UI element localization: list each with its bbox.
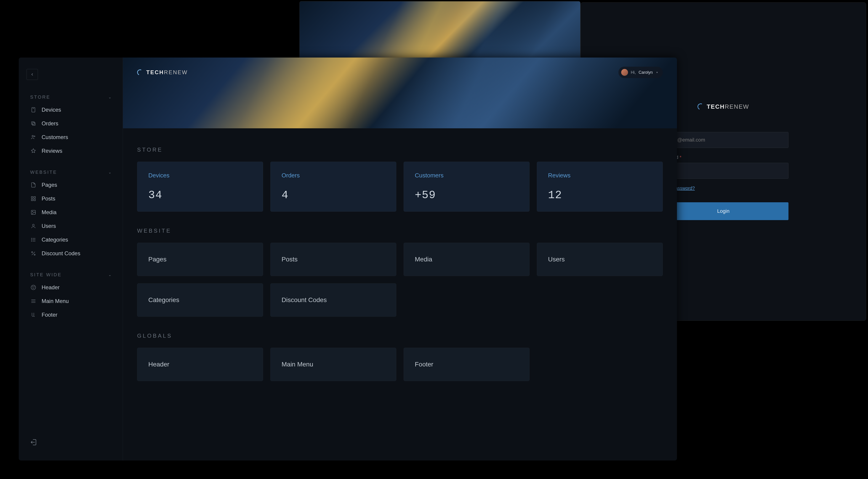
password-label: Password* (658, 155, 788, 160)
nav-card-header[interactable]: Header (137, 348, 263, 381)
sidebar-item-users[interactable]: Users (27, 219, 115, 233)
sidebar-item-devices[interactable]: Devices (27, 103, 115, 117)
card-label: Main Menu (282, 361, 385, 368)
svg-rect-7 (34, 197, 35, 198)
sidebar-item-customers[interactable]: Customers (27, 130, 115, 144)
sidebar-item-posts[interactable]: Posts (27, 192, 115, 205)
nav-group-header-website[interactable]: WEBSITE⌄ (27, 166, 115, 178)
user-greeting: Hi, (631, 70, 636, 75)
stat-value: 4 (282, 189, 385, 201)
nav-card-main-menu[interactable]: Main Menu (270, 348, 396, 381)
nav-item-label: Customers (41, 134, 68, 140)
section-title-store: STORE (137, 146, 663, 153)
nav-item-label: Posts (41, 196, 55, 202)
card-grid-website: PagesPostsMediaUsersCategoriesDiscount C… (137, 243, 663, 317)
login-logo: TECHRENEW (658, 103, 788, 110)
stat-card-orders[interactable]: Orders4 (270, 162, 396, 212)
stat-label: Customers (415, 172, 518, 179)
avatar (621, 69, 628, 76)
card-label: Footer (415, 361, 518, 368)
svg-point-20 (32, 251, 33, 253)
nav-item-label: Pages (41, 182, 57, 188)
logo-bold: TECH (707, 103, 725, 110)
chevron-left-icon (30, 72, 34, 76)
nav-card-users[interactable]: Users (537, 243, 663, 276)
svg-rect-3 (32, 123, 35, 125)
percent-icon (30, 250, 37, 256)
svg-rect-2 (32, 122, 34, 125)
nav-group-header-store[interactable]: STORE⌄ (27, 91, 115, 103)
svg-point-17 (31, 240, 32, 240)
nav-item-label: Header (41, 284, 60, 290)
sidebar-item-reviews[interactable]: Reviews (27, 144, 115, 158)
nav-card-footer[interactable]: Footer (404, 348, 530, 381)
nav-group-title: STORE (30, 95, 51, 100)
svg-point-22 (31, 285, 36, 290)
dashboard-content: STOREDevices34Orders4Customers+59Reviews… (123, 128, 677, 460)
login-form: TECHRENEW Email* Password* Forgot passwo… (658, 103, 788, 220)
logo-thin: RENEW (164, 69, 188, 75)
sidebar-item-orders[interactable]: Orders (27, 117, 115, 130)
sidebar-item-categories[interactable]: Categories (27, 233, 115, 247)
nav-group-header-site-wide[interactable]: SITE WIDE⌄ (27, 269, 115, 281)
forgot-password-link[interactable]: Forgot password? (658, 185, 788, 191)
stat-card-customers[interactable]: Customers+59 (404, 162, 530, 212)
logout-button[interactable] (30, 443, 37, 447)
stat-card-reviews[interactable]: Reviews12 (537, 162, 663, 212)
nav-card-posts[interactable]: Posts (270, 243, 396, 276)
nav-card-media[interactable]: Media (404, 243, 530, 276)
svg-point-18 (31, 241, 32, 241)
nav-card-discount-codes[interactable]: Discount Codes (270, 283, 396, 317)
stat-label: Devices (148, 172, 252, 179)
svg-point-16 (31, 238, 32, 239)
chevron-down-icon: ⌄ (108, 95, 111, 99)
nav-group-title: WEBSITE (30, 170, 57, 175)
stat-value: 34 (148, 189, 252, 201)
sidebar-item-pages[interactable]: Pages (27, 178, 115, 192)
card-label: Posts (282, 256, 385, 263)
hero-banner: TECHRENEW Hi, Carolyn ▾ (123, 58, 677, 128)
email-input[interactable] (658, 132, 788, 148)
login-button[interactable]: Login (658, 202, 788, 220)
svg-rect-6 (31, 197, 33, 198)
password-input[interactable] (658, 163, 788, 179)
dashboard-window: STORE⌄DevicesOrdersCustomersReviewsWEBSI… (19, 58, 677, 460)
nav-card-categories[interactable]: Categories (137, 283, 263, 317)
svg-point-12 (32, 224, 34, 226)
smile-icon (30, 284, 37, 290)
section-title-website: WEBSITE (137, 228, 663, 234)
email-label: Email* (658, 124, 788, 129)
sidebar-item-main-menu[interactable]: Main Menu (27, 294, 115, 308)
star-icon (30, 148, 37, 154)
image-icon (30, 209, 37, 215)
logo-mark-icon (696, 103, 705, 111)
svg-point-5 (34, 136, 35, 137)
orders-icon (30, 120, 37, 127)
nav-item-label: Orders (41, 120, 58, 127)
customers-icon (30, 134, 37, 140)
card-label: Pages (148, 256, 252, 263)
logo-bold: TECH (146, 69, 164, 75)
nav-item-label: Devices (41, 107, 61, 113)
card-grid-store: Devices34Orders4Customers+59Reviews12 (137, 162, 663, 212)
sidebar-item-media[interactable]: Media (27, 205, 115, 219)
stat-label: Reviews (548, 172, 652, 179)
svg-rect-9 (34, 199, 35, 201)
user-menu[interactable]: Hi, Carolyn ▾ (618, 67, 663, 78)
svg-line-19 (32, 252, 35, 255)
nav-item-label: Users (41, 223, 56, 229)
logo-text: TECHRENEW (146, 69, 188, 76)
svg-point-21 (34, 254, 35, 255)
svg-point-4 (32, 135, 33, 137)
sidebar-item-discount-codes[interactable]: Discount Codes (27, 247, 115, 260)
required-mark: * (680, 155, 682, 160)
stat-value: 12 (548, 189, 652, 201)
collapse-sidebar-button[interactable] (27, 69, 38, 80)
nav-item-label: Media (41, 209, 57, 215)
svg-point-11 (32, 211, 33, 212)
stat-card-devices[interactable]: Devices34 (137, 162, 263, 212)
sidebar-item-header[interactable]: Header (27, 281, 115, 294)
sidebar-item-footer[interactable]: Footer (27, 308, 115, 322)
nav-card-pages[interactable]: Pages (137, 243, 263, 276)
main-area: TECHRENEW Hi, Carolyn ▾ STOREDevices34Or… (123, 58, 677, 460)
